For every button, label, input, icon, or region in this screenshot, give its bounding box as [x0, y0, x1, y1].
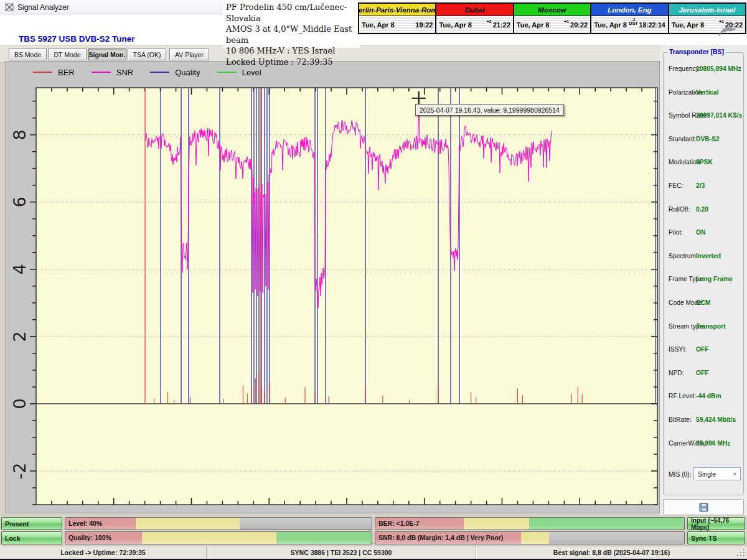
clock-date: Tue, Apr 8	[517, 21, 550, 29]
bar-segment	[464, 518, 529, 530]
lock-label: Lock	[5, 534, 21, 542]
clock-date: Tue, Apr 8	[439, 21, 472, 29]
transponder-row-fec: FEC:2/3	[664, 182, 743, 191]
row-value: 2/3	[696, 182, 705, 189]
floppy-disk-icon	[699, 503, 708, 512]
legend-swatch	[33, 72, 52, 73]
transponder-row-modulation: Modulation:8PSK	[664, 159, 743, 167]
signal-monitor-chart-panel: BERSNRQualityLevel 86420-2 2025-04-07 19…	[5, 61, 660, 513]
transponder-row-standard: Standard:DVB-S2	[664, 136, 743, 144]
row-label: Standard:	[669, 136, 697, 142]
clock-city: Berlin-Paris-Vienna-Roma	[359, 4, 435, 16]
clock-2: DubaiTue, Apr 8+221:22	[436, 4, 514, 33]
row-value: -44 dBm	[696, 393, 721, 399]
snr-progressbar: SNR: 8,0 dB (Margin: 1,4 dB | Very Poor)	[375, 531, 685, 544]
transponder-title: Transponder [BS]	[667, 48, 726, 55]
input-bitrate-label: Input (~54,76 Mbps)	[691, 517, 745, 531]
y-axis-label-2: 2	[13, 331, 30, 342]
y-axis-label--2: -2	[13, 463, 30, 480]
statusbar-uptime: Locked -> Uptime: 72:39:35	[0, 546, 207, 559]
row-value: CCM	[696, 299, 710, 306]
clock-utc-offset: +1	[564, 20, 569, 24]
statusbar-sync-counters: SYNC 3886 | TEI 3523 | CC 59300	[207, 546, 476, 559]
row-value: OFF	[696, 346, 709, 353]
clock-time-row: Tue, Apr 819:22	[359, 16, 435, 33]
quality-bar-label: Quality: 100%	[68, 532, 111, 544]
mis-label: MIS (0):	[669, 471, 692, 478]
sidebar: Transponder [BS] MIS (0): Single ▼ Frequ…	[660, 45, 747, 515]
row-value: 59,424 Mbit/s	[696, 416, 736, 423]
site-line-1: PF Prodelin 450 cm/Lučenec-Slovakia	[226, 2, 360, 24]
clock-city: Moscow	[514, 4, 590, 16]
site-info: PF Prodelin 450 cm/Lučenec-Slovakia AMOS…	[223, 0, 360, 48]
row-value: ON	[696, 229, 705, 236]
input-bitrate-badge: Input (~54,76 Mbps)	[687, 517, 745, 530]
transponder-row-pilot: Pilot:ON	[664, 229, 743, 238]
transponder-row-rolloff: RollOff:0.20	[664, 206, 743, 215]
mis-value: Single	[698, 470, 716, 478]
row-value: 8PSK	[696, 159, 713, 166]
lock-badge: Lock	[1, 531, 62, 544]
legend-label: Level	[242, 68, 261, 77]
sync-ts-badge: Sync TS	[687, 531, 745, 544]
row-value: 29997,014 KS/s	[696, 112, 742, 119]
transponder-row-spectrum: Spectrum:Inverted	[664, 253, 743, 261]
statusbar: Locked -> Uptime: 72:39:35 SYNC 3886 | T…	[0, 546, 747, 560]
chevron-down-icon: ▼	[732, 471, 738, 477]
dolphin-logo-icon	[717, 26, 738, 37]
transponder-row-frequency: Frequency:10805,894 MHz	[664, 65, 743, 74]
legend-swatch	[150, 72, 169, 73]
legend-item-snr: SNR	[92, 68, 133, 77]
clock-city: London, Eng	[591, 4, 667, 16]
tab-dt-mode[interactable]: DT Mode	[48, 49, 87, 60]
world-clock-panel: Berlin-Paris-Vienna-RomaTue, Apr 819:22D…	[358, 2, 746, 34]
clock-utc-offset: -1DST	[629, 18, 638, 26]
tab-tsa-ok-[interactable]: TSA (OK)	[128, 49, 166, 60]
clock-time-row: Tue, Apr 8+120:22	[514, 16, 590, 33]
transponder-row-polarization: Polarization:Vertical	[664, 89, 743, 98]
bar-segment	[142, 532, 276, 544]
transponder-row-code-mode: Code Mode:CCM	[664, 299, 743, 308]
row-label: ISSYI:	[669, 346, 687, 353]
signal-analyzer-window: { "window": {"title": "Signal Analyzer"}…	[0, 0, 747, 560]
tab-av-player[interactable]: AV Player	[169, 49, 209, 60]
row-value: Long Frame	[696, 276, 733, 282]
site-line-3: 10 806 MHz-V : YES Israel	[226, 45, 360, 57]
legend-item-ber: BER	[33, 68, 75, 77]
statusbar-best-signal: Best signal: 8,8 dB (2025-04-07 19:16)	[476, 546, 747, 559]
transponder-row-bitrate: BitRate:59,424 Mbit/s	[664, 416, 743, 425]
clock-time-row: Tue, Apr 8-1DST18:22:14	[591, 16, 667, 33]
transponder-row-frame-type: Frame Type:Long Frame	[664, 276, 743, 284]
legend-item-level: Level	[217, 68, 261, 77]
clock-4: London, EngTue, Apr 8-1DST18:22:14	[591, 4, 669, 33]
plot-background	[36, 88, 657, 505]
clock-time: 18:22:14	[639, 21, 665, 29]
clock-city: Jerusalem-Israel	[669, 4, 745, 16]
clock-1: Berlin-Paris-Vienna-RomaTue, Apr 819:22	[359, 4, 436, 33]
tab-signal-mon-[interactable]: Signal Mon.	[88, 49, 126, 60]
clock-date: Tue, Apr 8	[672, 21, 705, 29]
signal-history-plot[interactable]: 86420-2	[13, 80, 660, 513]
clock-time: 20:22	[570, 21, 588, 29]
clock-utc-offset: +2	[487, 20, 492, 24]
tab-bs-mode[interactable]: BS Mode	[9, 49, 47, 60]
chart-tooltip: 2025-04-07 19.16.43, value: 9,1999998092…	[415, 104, 564, 116]
bar-segment	[529, 518, 683, 530]
sync-ts-label: Sync TS	[691, 534, 716, 542]
mis-dropdown[interactable]: Single ▼	[693, 467, 741, 480]
row-label: Pilot:	[669, 229, 683, 236]
quality-progressbar: Quality: 100%	[65, 531, 372, 544]
row-value: Transport	[696, 323, 726, 330]
row-value: 10805,894 MHz	[696, 65, 741, 72]
y-axis-label-8: 8	[13, 129, 30, 140]
legend-swatch	[217, 72, 237, 73]
save-button[interactable]	[663, 499, 744, 515]
resize-grip[interactable]	[736, 549, 745, 558]
row-value: Inverted	[696, 253, 721, 259]
tuner-title: TBS 5927 USB DVB-S2 Tuner	[19, 34, 135, 44]
bar-segment	[521, 532, 549, 544]
row-value: Vertical	[696, 89, 719, 96]
transponder-row-symbol-rate: Symbol Rate:29997,014 KS/s	[664, 112, 743, 121]
satellite-dish-icon	[5, 2, 14, 12]
y-axis-label-6: 6	[13, 197, 30, 207]
